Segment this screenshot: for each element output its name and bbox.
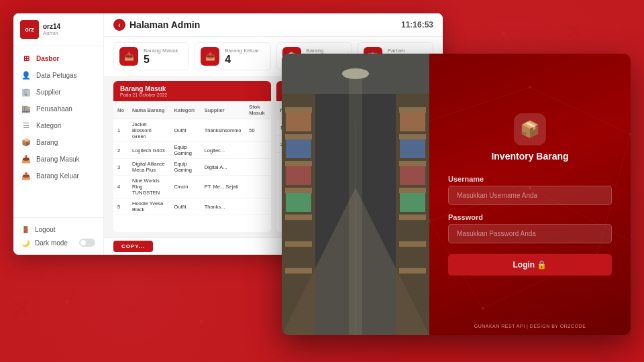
svg-rect-43 <box>286 139 311 158</box>
logout-label: Logout <box>35 226 56 233</box>
col-kategori: Kategori <box>170 101 201 119</box>
moon-icon: 🌙 <box>21 239 30 247</box>
back-button[interactable]: ‹ <box>113 19 125 31</box>
svg-point-15 <box>501 32 505 36</box>
svg-rect-45 <box>286 193 311 212</box>
col-no: No <box>113 101 128 119</box>
svg-point-7 <box>65 300 69 304</box>
password-label: Password <box>448 213 612 221</box>
table-row: 2 Logitech G403 Equip Gaming Logitec... <box>113 142 271 159</box>
svg-rect-27 <box>285 188 312 193</box>
warehouse-image <box>282 54 429 335</box>
svg-rect-44 <box>286 166 311 185</box>
username-input[interactable] <box>448 186 612 205</box>
sidebar-item-barang-masuk[interactable]: 📥 Barang Masuk <box>13 151 103 168</box>
logout-item[interactable]: 🚪 Logout <box>21 223 95 236</box>
dasbor-icon: ⊞ <box>21 54 31 63</box>
deco-x-3: ✕ <box>10 298 30 322</box>
table-row: 1 Jacket Blossom Green Outfit Thanksinso… <box>113 119 271 142</box>
svg-rect-30 <box>285 268 312 274</box>
barang-masuk-stat-value: 5 <box>144 54 178 66</box>
app-name: Inventory Barang <box>491 151 568 162</box>
dark-mode-label: Dark mode <box>35 239 68 247</box>
svg-point-57 <box>529 86 531 88</box>
barang-masuk-stat-info: Barang Masuk 5 <box>144 48 178 66</box>
barang-keluar-stat-info: Barang Keluar 4 <box>225 48 259 66</box>
barang-masuk-table-title: Barang Masuk <box>120 85 264 93</box>
svg-rect-47 <box>400 139 425 158</box>
dark-mode-toggle[interactable] <box>79 239 95 247</box>
page-title: Halaman Admin <box>129 19 200 30</box>
svg-line-50 <box>429 87 530 121</box>
stat-barang-masuk: 📥 Barang Masuk 5 <box>113 42 189 70</box>
logout-icon: 🚪 <box>21 226 30 233</box>
sidebar-item-kategori[interactable]: ☰ Kategori <box>13 117 103 134</box>
svg-rect-24 <box>285 107 312 113</box>
footer-text: GUNAKAN REST API | DESIGN BY ORZCODE <box>474 324 586 328</box>
svg-point-40 <box>342 68 369 79</box>
perusahaan-icon: 🏬 <box>21 105 31 113</box>
sidebar-item-dasbor[interactable]: ⊞ Dasbor <box>13 50 103 67</box>
username-label: orz14 <box>43 23 60 30</box>
svg-rect-34 <box>399 161 426 166</box>
clock-display: 11:16:53 <box>401 20 433 29</box>
barang-masuk-col-headers: No Nama Barang Kategori Supplier Stok Ma… <box>113 101 271 119</box>
sidebar-item-data-petugas[interactable]: 👤 Data Petugas <box>13 67 103 84</box>
svg-rect-37 <box>399 241 426 247</box>
sidebar-nav: ⊞ Dasbor 👤 Data Petugas 🏢 Supplier 🏬 Per… <box>13 46 103 217</box>
barang-stat-label: Barang <box>307 48 324 54</box>
password-input[interactable] <box>448 224 612 243</box>
petugas-label: Data Petugas <box>36 72 77 79</box>
svg-rect-49 <box>400 193 425 212</box>
username-group: Username <box>448 175 612 205</box>
barang-masuk-table-subtitle: Pada 21 October 2022 <box>120 93 264 97</box>
barang-icon: 📦 <box>21 138 31 147</box>
kategori-label: Kategori <box>36 122 61 129</box>
avatar-initials: orz <box>25 26 34 33</box>
col-supplier: Supplier <box>201 101 246 119</box>
barang-keluar-stat-label: Barang Keluar <box>225 48 259 54</box>
copy-button[interactable]: COPY... <box>113 241 153 252</box>
svg-rect-38 <box>399 268 426 274</box>
sidebar-item-barang[interactable]: 📦 Barang <box>13 134 103 151</box>
sidebar-item-barang-keluar[interactable]: 📤 Barang Keluar <box>13 168 103 184</box>
sidebar-item-perusahaan[interactable]: 🏬 Perusahaan <box>13 101 103 117</box>
barang-masuk-table-section: Barang Masuk Pada 21 October 2022 No Nam… <box>113 81 271 232</box>
login-footer: GUNAKAN REST API | DESIGN BY ORZCODE <box>474 324 586 328</box>
svg-point-58 <box>629 133 631 135</box>
svg-rect-32 <box>399 107 426 113</box>
col-stok-masuk: Stok Masuk <box>245 101 270 119</box>
header-title-group: ‹ Halaman Admin <box>113 19 200 31</box>
table-row: 5 Hoodie Yvesa Black Outfit Thanks... <box>113 198 271 215</box>
svg-rect-26 <box>285 161 312 166</box>
login-panel: 📦 Inventory Barang Username Password Log… <box>282 54 631 335</box>
svg-point-60 <box>482 307 484 310</box>
table-row: 4 Nine Worlds Ring TUNGSTEN Cincin PT. M… <box>113 176 271 198</box>
svg-rect-42 <box>286 113 311 131</box>
deco-x-4: ✕ <box>34 267 46 282</box>
barang-masuk-tbody: 1 Jacket Blossom Green Outfit Thanksinso… <box>113 119 271 215</box>
barang-masuk-nav-icon: 📥 <box>21 155 31 164</box>
user-info: orz14 Admin <box>43 23 60 36</box>
barang-masuk-stat-icon: 📥 <box>119 47 138 66</box>
kategori-icon: ☰ <box>21 121 31 130</box>
login-button[interactable]: Login 🔒 <box>448 254 612 276</box>
svg-rect-28 <box>285 215 312 220</box>
supplier-label: Supplier <box>36 88 61 96</box>
svg-rect-33 <box>399 134 426 139</box>
logo-icon: 📦 <box>520 120 540 139</box>
col-nama-barang: Nama Barang <box>128 101 170 119</box>
sidebar: orz orz14 Admin ⊞ Dasbor 👤 Data Petugas … <box>13 13 104 255</box>
sidebar-user: orz orz14 Admin <box>13 13 103 46</box>
sidebar-item-supplier[interactable]: 🏢 Supplier <box>13 84 103 101</box>
barang-keluar-nav-icon: 📤 <box>21 172 31 180</box>
sidebar-bottom: 🚪 Logout 🌙 Dark mode <box>13 217 103 255</box>
barang-masuk-nav-label: Barang Masuk <box>36 156 79 163</box>
barang-masuk-table-wrapper: No Nama Barang Kategori Supplier Stok Ma… <box>113 101 271 232</box>
user-role-label: Admin <box>43 30 60 36</box>
dasbor-label: Dasbor <box>36 55 59 62</box>
main-header: ‹ Halaman Admin 11:16:53 <box>104 13 443 37</box>
supplier-icon: 🏢 <box>21 88 31 97</box>
svg-line-2 <box>67 302 201 322</box>
warehouse-svg <box>282 54 429 335</box>
